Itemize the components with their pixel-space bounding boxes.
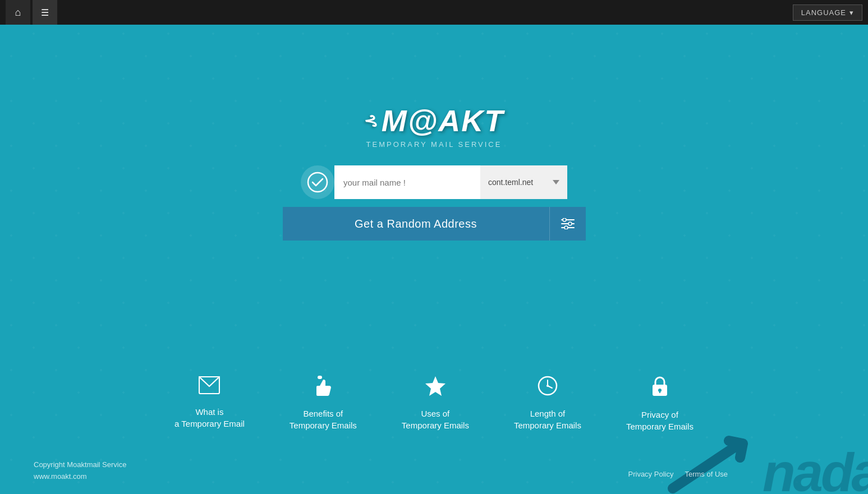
footer-links: What is a Temporary Email Benefits of Te… <box>0 376 868 432</box>
check-circle-icon <box>307 172 328 193</box>
svg-rect-16 <box>659 390 660 393</box>
nada-text: nada <box>763 446 868 494</box>
copyright-line1: Copyright Moaktmail Service <box>34 459 126 471</box>
benefits-label: Benefits of Temporary Emails <box>290 408 357 431</box>
footer-link-uses[interactable]: Uses of Temporary Emails <box>402 376 469 432</box>
copyright-line2: www.moakt.com <box>34 471 126 483</box>
footer-nav-links: Privacy Policy Terms of Use <box>628 470 728 478</box>
menu-button[interactable]: ☰ <box>33 0 57 25</box>
logo-container: ⊱ M@AKT TEMPORARY MAIL SERVICE <box>364 103 504 149</box>
action-row: Get a Random Address <box>283 207 586 241</box>
footer-link-what-is[interactable]: What is a Temporary Email <box>174 376 245 432</box>
home-button[interactable]: ⌂ <box>6 0 30 25</box>
footer-link-length[interactable]: Length of Temporary Emails <box>514 376 581 432</box>
sliders-icon <box>561 218 575 229</box>
svg-point-4 <box>563 218 566 221</box>
brand-name: M@AKT <box>382 103 504 138</box>
language-button[interactable]: LANGUAGE ▾ <box>793 4 862 21</box>
lock-icon <box>651 376 668 402</box>
what-is-label: What is a Temporary Email <box>174 406 245 430</box>
uses-label: Uses of Temporary Emails <box>402 408 469 431</box>
svg-point-0 <box>308 173 327 192</box>
envelope-icon <box>199 376 220 399</box>
domain-select[interactable]: cont.teml.net moakt.com moakt.ws moakt.c… <box>480 165 567 199</box>
svg-rect-2 <box>561 223 575 224</box>
navbar: ⌂ ☰ LANGUAGE ▾ <box>0 0 868 25</box>
logo: ⊱ M@AKT <box>364 103 504 138</box>
footer-link-privacy[interactable]: Privacy of Temporary Emails <box>626 376 694 432</box>
navbar-left: ⌂ ☰ <box>6 0 57 25</box>
main-content: ⊱ M@AKT TEMPORARY MAIL SERVICE cont.teml… <box>0 25 868 241</box>
check-icon-circle <box>301 165 334 199</box>
menu-icon: ☰ <box>41 7 49 18</box>
logo-tagline: TEMPORARY MAIL SERVICE <box>366 140 502 149</box>
footer-link-benefits[interactable]: Benefits of Temporary Emails <box>290 376 357 432</box>
logo-wings-icon: ⊱ <box>364 112 378 130</box>
thumbs-up-icon <box>314 376 332 401</box>
privacy-policy-link[interactable]: Privacy Policy <box>628 470 674 478</box>
home-icon: ⌂ <box>15 7 21 19</box>
random-address-label: Get a Random Address <box>355 218 477 230</box>
svg-point-6 <box>564 226 568 229</box>
random-address-button[interactable]: Get a Random Address <box>283 207 549 241</box>
mail-name-input[interactable] <box>334 165 480 199</box>
language-label: LANGUAGE <box>801 8 846 17</box>
chevron-down-icon: ▾ <box>849 8 854 17</box>
nada-arrow-icon <box>662 432 763 494</box>
svg-point-5 <box>568 222 572 225</box>
footer-bottom: Copyright Moaktmail Service www.moakt.co… <box>34 459 126 483</box>
star-icon <box>425 376 446 401</box>
sliders-button[interactable] <box>549 207 586 241</box>
svg-marker-9 <box>425 376 446 396</box>
terms-of-use-link[interactable]: Terms of Use <box>685 470 728 478</box>
svg-rect-8 <box>318 376 322 379</box>
email-input-row: cont.teml.net moakt.com moakt.ws moakt.c… <box>301 165 567 199</box>
clock-icon <box>538 376 558 401</box>
length-label: Length of Temporary Emails <box>514 408 581 431</box>
nada-watermark: nada <box>662 432 868 494</box>
svg-point-13 <box>546 385 549 387</box>
privacy-label: Privacy of Temporary Emails <box>626 409 694 432</box>
